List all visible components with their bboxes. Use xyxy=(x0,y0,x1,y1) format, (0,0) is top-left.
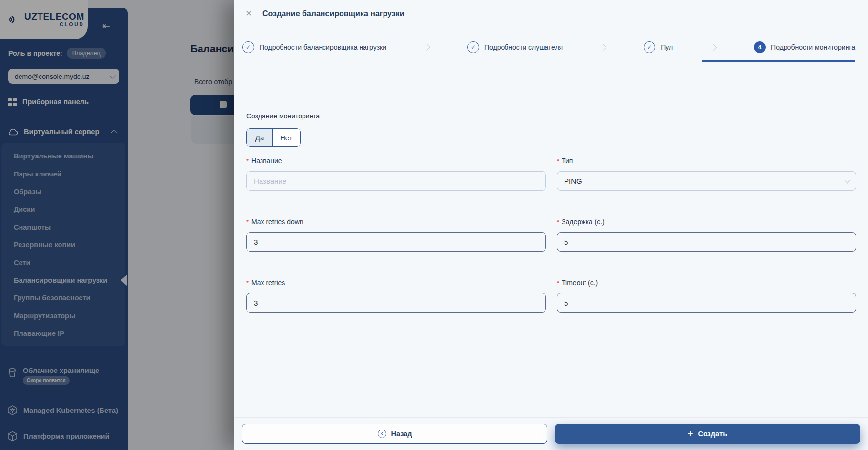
field-max-retries: * Max retries xyxy=(246,279,546,313)
create-load-balancer-drawer: ✕ Создание балансировщика нагрузки ✓ Под… xyxy=(234,0,868,450)
field-type: * Тип PING xyxy=(557,157,856,191)
field-row-1: * Название * Тип PING xyxy=(246,157,856,191)
name-label: * Название xyxy=(246,157,546,165)
type-label: * Тип xyxy=(557,157,856,165)
chevron-down-icon xyxy=(845,177,851,183)
create-button[interactable]: + Создать xyxy=(555,424,860,444)
step-number-badge: 4 xyxy=(754,41,766,53)
back-button[interactable]: ‹ Назад xyxy=(242,424,547,444)
required-asterisk: * xyxy=(557,279,559,287)
step-label: Пул xyxy=(661,43,673,51)
step-check-icon: ✓ xyxy=(644,41,655,53)
step-monitoring-details[interactable]: 4 Подробности мониторинга xyxy=(754,41,855,53)
required-asterisk: * xyxy=(557,218,559,226)
field-timeout: * Timeout (с.) xyxy=(557,279,856,313)
toggle-no-button[interactable]: Нет xyxy=(272,129,300,146)
create-button-label: Создать xyxy=(698,430,727,438)
chevron-right-icon xyxy=(424,43,430,50)
create-monitoring-toggle: Да Нет xyxy=(246,128,301,147)
max-retries-down-label: * Max retries down xyxy=(246,218,546,226)
type-select-value: PING xyxy=(564,177,582,185)
delay-label: * Задержка (с.) xyxy=(557,218,856,226)
monitoring-form: Создание мониторинга Да Нет * Название *… xyxy=(234,84,868,417)
field-name: * Название xyxy=(246,157,546,191)
type-select[interactable]: PING xyxy=(557,171,856,191)
required-asterisk: * xyxy=(246,218,249,226)
chevron-right-icon xyxy=(710,43,717,50)
required-asterisk: * xyxy=(246,157,249,165)
back-arrow-icon: ‹ xyxy=(378,430,386,438)
app-screen: Балансир Всего отобр UZTELECOM CLOUD ⇤ Р… xyxy=(0,0,868,450)
step-check-icon: ✓ xyxy=(467,41,479,53)
field-max-retries-down: * Max retries down xyxy=(246,218,546,252)
step-pool[interactable]: ✓ Пул xyxy=(644,41,673,53)
drawer-header: ✕ Создание балансировщика нагрузки xyxy=(234,0,868,27)
drawer-title: Создание балансировщика нагрузки xyxy=(262,9,404,18)
close-icon[interactable]: ✕ xyxy=(242,7,255,20)
chevron-right-icon xyxy=(600,43,606,50)
required-asterisk: * xyxy=(557,157,559,165)
field-delay: * Задержка (с.) xyxy=(557,218,856,252)
wizard-steps: ✓ Подробности балансировщика нагрузки ✓ … xyxy=(234,27,868,62)
drawer-footer: ‹ Назад + Создать xyxy=(234,417,868,450)
max-retries-down-input[interactable] xyxy=(246,232,546,252)
field-row-2: * Max retries down * Задержка (с.) xyxy=(246,218,856,252)
step-label: Подробности балансировщика нагрузки xyxy=(260,43,386,51)
create-monitoring-label: Создание мониторинга xyxy=(246,112,856,120)
max-retries-input[interactable] xyxy=(246,293,546,313)
step-load-balancer-details[interactable]: ✓ Подробности балансировщика нагрузки xyxy=(242,41,386,53)
step-check-icon: ✓ xyxy=(242,41,254,53)
active-step-underline xyxy=(702,60,855,62)
name-input[interactable] xyxy=(246,171,546,191)
toggle-yes-button[interactable]: Да xyxy=(247,129,272,146)
back-button-label: Назад xyxy=(391,430,412,438)
step-listener-details[interactable]: ✓ Подробности слушателя xyxy=(467,41,563,53)
required-asterisk: * xyxy=(246,279,249,287)
step-label: Подробности мониторинга xyxy=(771,43,855,51)
plus-icon: + xyxy=(688,430,693,438)
step-label: Подробности слушателя xyxy=(484,43,563,51)
max-retries-label: * Max retries xyxy=(246,279,546,287)
timeout-label: * Timeout (с.) xyxy=(557,279,856,287)
timeout-input[interactable] xyxy=(557,293,856,313)
field-row-3: * Max retries * Timeout (с.) xyxy=(246,279,856,313)
close-glyph: ✕ xyxy=(245,8,252,19)
delay-input[interactable] xyxy=(557,232,856,252)
